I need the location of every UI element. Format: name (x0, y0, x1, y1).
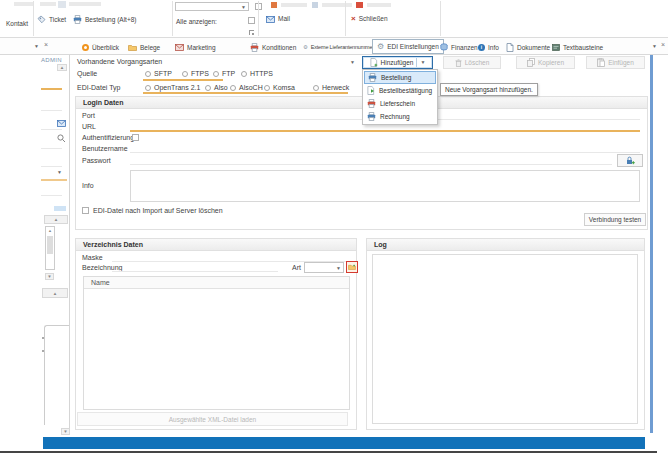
vorgangsarten-combobox[interactable]: ▼ (145, 56, 358, 68)
radio-https-label[interactable]: HTTPS (250, 70, 273, 78)
ribbon-cutoff-fragment (40, 2, 56, 6)
text-block-icon (552, 44, 560, 51)
kontakt-button[interactable]: Kontakt (2, 10, 32, 28)
radio-https[interactable] (241, 71, 247, 77)
status-bar (43, 437, 645, 449)
sidebar-bottom-down-button[interactable]: ▼ (61, 428, 70, 435)
tabbar-close-left-icon[interactable]: × (44, 41, 48, 48)
printer-icon (73, 15, 82, 24)
mail-button[interactable]: Mail (266, 15, 290, 23)
ribbon-cutoff-fragment (69, 2, 101, 6)
radio-ftps-label[interactable]: FTPS (191, 70, 209, 78)
ribbon-cutoff-fragment (58, 1, 66, 8)
radio-alsoch-label[interactable]: AlsoCH (239, 84, 263, 92)
kopieren-button[interactable]: Kopieren (516, 56, 575, 69)
tab-belege[interactable]: Belege (128, 40, 160, 54)
sidebar-border (69, 55, 70, 433)
bezeichnung-input[interactable] (112, 271, 278, 272)
sidebar-search-icon[interactable] (57, 134, 66, 143)
radio-komsa[interactable] (264, 85, 270, 91)
alle-anzeigen-checkbox[interactable] (248, 17, 255, 24)
sidebar-mail-icon[interactable] (57, 120, 66, 127)
add-directory-button[interactable] (346, 261, 358, 273)
radio-opentrans[interactable] (145, 85, 151, 91)
info-icon: i (478, 44, 485, 51)
log-output (372, 254, 638, 424)
load-xml-button[interactable]: Ausgewählte XML-Datei laden (77, 412, 348, 426)
sidebar-up-button-2[interactable]: ▲ (42, 288, 68, 298)
radio-opentrans-label[interactable]: OpenTrans 2.1 (154, 84, 200, 92)
tab-info[interactable]: iInfo (478, 40, 499, 54)
menu-item-bestellung[interactable]: Bestellung (364, 71, 436, 84)
tabbar-close-right-icon[interactable]: × (661, 41, 665, 48)
menu-item-bestellbestaetigung[interactable]: Bestellbestätigung (364, 84, 436, 97)
menu-item-lieferschein[interactable]: Lieferschein (364, 97, 436, 110)
paste-icon (597, 58, 605, 67)
tab-ueberblick[interactable]: Überblick (82, 40, 119, 54)
authentifizierung-checkbox[interactable] (132, 134, 139, 141)
sidebar-dropdown-icon[interactable]: ▼ (57, 170, 62, 175)
art-dropdown[interactable]: ▼ (304, 262, 344, 273)
tab-finanzen[interactable]: Finanzen (440, 40, 478, 54)
radio-herweck-label[interactable]: Herweck (322, 84, 349, 92)
name-column-header[interactable]: Name (91, 279, 110, 287)
delete-after-import-checkbox[interactable] (82, 207, 89, 214)
url-label: URL (82, 123, 96, 131)
radio-ftps[interactable] (182, 71, 188, 77)
tabbar-overflow-right-icon[interactable]: ▼ (652, 44, 657, 49)
ribbon-cutoff-fragment (14, 2, 34, 6)
sidebar-panel-fragment (44, 325, 69, 425)
ribbon-cutoff-dropdown[interactable]: ▼ (175, 2, 249, 11)
sidebar-up-button[interactable]: ▲ (44, 215, 68, 224)
ticket-button[interactable]: Ticket (37, 15, 66, 24)
menu-item-rechnung[interactable]: Rechnung (364, 110, 436, 123)
passwort-input[interactable] (130, 164, 612, 165)
tab-marketing[interactable]: Marketing (175, 40, 216, 54)
alle-anzeigen-label: Alle anzeigen: (176, 18, 217, 26)
benutzername-input[interactable] (130, 152, 640, 153)
sidebar-tick (42, 350, 44, 352)
hinzufuegen-button[interactable]: Hinzufügen ▼ (362, 56, 433, 69)
bestellung-button[interactable]: Bestellung (Alt+8) (73, 15, 137, 24)
loeschen-button[interactable]: Löschen (443, 56, 501, 69)
radio-komsa-label[interactable]: Komsa (273, 84, 295, 92)
scrollbar-thumb[interactable] (47, 236, 53, 254)
tabbar-overflow-left-icon[interactable]: ▼ (34, 44, 39, 49)
radio-also[interactable] (205, 85, 211, 91)
document-icon (506, 43, 514, 52)
verbindung-testen-button[interactable]: Verbindung testen (584, 213, 646, 226)
ticket-label: Ticket (49, 16, 66, 24)
splitter-handle[interactable] (650, 55, 653, 433)
printer-icon (367, 112, 376, 121)
sidebar-scrollbar[interactable]: ▲ (45, 226, 55, 270)
schliessen-button[interactable]: × Schließen (351, 15, 388, 23)
radio-sftp-label[interactable]: SFTP (154, 70, 172, 78)
url-input[interactable] (130, 130, 640, 132)
tab-konditionen[interactable]: Konditionen (250, 40, 296, 54)
reporting-dialog-launcher-icon[interactable] (249, 30, 254, 35)
scrollbar-up-icon[interactable]: ▲ (48, 228, 52, 233)
ribbon-cutoff-fragment (281, 3, 307, 7)
tab-externe-lieferantennummern[interactable]: ⚙Externe Lieferantennummern (303, 40, 377, 54)
radio-alsoch[interactable] (230, 85, 236, 91)
tab-textbausteine[interactable]: Textbausteine (552, 40, 603, 54)
schliessen-label: Schließen (359, 15, 388, 23)
radio-sftp[interactable] (145, 71, 151, 77)
passwort-lock-button[interactable] (617, 154, 643, 167)
sidebar-scroll-up-button[interactable]: ▲ (57, 64, 67, 71)
radio-herweck[interactable] (313, 85, 319, 91)
printer-red-icon (367, 99, 376, 108)
sidebar-down-button[interactable]: ▼ (45, 273, 54, 280)
einfuegen-button[interactable]: Einfügen (586, 56, 645, 69)
verzeichnis-daten-header: Verzeichnis Daten (76, 239, 356, 251)
radio-ftp[interactable] (213, 71, 219, 77)
ribbon-cutoff-fragment (271, 2, 277, 8)
radio-ftp-label[interactable]: FTP (222, 70, 235, 78)
xml-file-list[interactable]: Name (83, 276, 350, 410)
radio-also-label[interactable]: Also (214, 84, 228, 92)
sidebar-field-underline (41, 129, 62, 130)
tab-dokumente[interactable]: Dokumente (506, 40, 550, 54)
delete-after-import-label[interactable]: EDI-Datei nach Import auf Server löschen (93, 207, 223, 215)
tab-edi-einstellungen[interactable]: ⚙EDI Einstellungen (372, 39, 444, 54)
info-textarea[interactable] (130, 170, 640, 202)
